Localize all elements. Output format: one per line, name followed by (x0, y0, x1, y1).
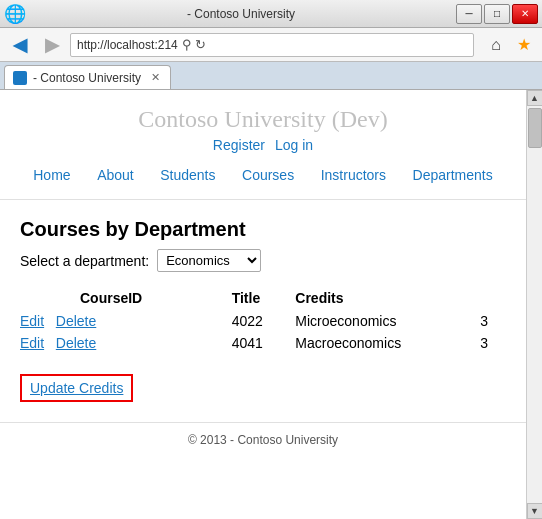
back-button[interactable]: ◀ (6, 32, 34, 58)
login-link[interactable]: Log in (275, 137, 313, 153)
site-nav: Home About Students Courses Instructors … (0, 159, 526, 191)
close-button[interactable]: ✕ (512, 4, 538, 24)
nav-divider (0, 199, 526, 200)
col-title: Title (232, 286, 296, 310)
window-title: - Contoso University (26, 7, 456, 21)
table-header-row: CourseID Title Credits (20, 286, 506, 310)
register-link[interactable]: Register (213, 137, 265, 153)
page-wrapper: Contoso University (Dev) Register Log in… (0, 90, 542, 519)
select-label: Select a department: (20, 253, 149, 269)
row2-actions: Edit Delete (20, 332, 232, 354)
address-url: http://localhost:214 (77, 38, 178, 52)
scroll-down-button[interactable]: ▼ (527, 503, 543, 519)
tab-label: - Contoso University (33, 71, 141, 85)
nav-courses[interactable]: Courses (242, 167, 294, 183)
tabs-bar: - Contoso University ✕ (0, 62, 542, 90)
row1-edit-link[interactable]: Edit (20, 313, 44, 329)
scroll-thumb[interactable] (528, 108, 542, 148)
row2-edit-link[interactable]: Edit (20, 335, 44, 351)
page-heading: Courses by Department (20, 218, 506, 241)
update-credits-link[interactable]: Update Credits (20, 374, 133, 402)
window-controls: ─ □ ✕ (456, 4, 538, 24)
department-select[interactable]: Economics Mathematics Engineering Englis… (157, 249, 261, 272)
nav-home[interactable]: Home (33, 167, 70, 183)
browser-tab[interactable]: - Contoso University ✕ (4, 65, 171, 89)
row1-credits: 3 (480, 310, 506, 332)
row1-actions: Edit Delete (20, 310, 232, 332)
footer-text: © 2013 - Contoso University (188, 433, 338, 447)
row2-delete-link[interactable]: Delete (56, 335, 96, 351)
favorites-icon[interactable]: ★ (512, 33, 536, 57)
nav-instructors[interactable]: Instructors (321, 167, 386, 183)
department-select-row: Select a department: Economics Mathemati… (20, 249, 506, 272)
row1-courseid: 4022 (232, 310, 296, 332)
courses-table: CourseID Title Credits Edit Delete 4022 … (20, 286, 506, 354)
tab-favicon (13, 71, 27, 85)
refresh-icon[interactable]: ↻ (195, 37, 206, 52)
minimize-button[interactable]: ─ (456, 4, 482, 24)
title-bar-left: 🌐 (4, 4, 26, 24)
row1-title: Microeconomics (295, 310, 480, 332)
row1-delete-link[interactable]: Delete (56, 313, 96, 329)
col-courseid: CourseID (20, 286, 232, 310)
address-input-container[interactable]: http://localhost:214 ⚲ ↻ (70, 33, 474, 57)
site-title: Contoso University (Dev) (0, 106, 526, 133)
site-auth: Register Log in (0, 137, 526, 153)
nav-students[interactable]: Students (160, 167, 215, 183)
nav-departments[interactable]: Departments (413, 167, 493, 183)
home-icon[interactable]: ⌂ (484, 33, 508, 57)
site-footer: © 2013 - Contoso University (0, 422, 526, 457)
row2-title: Macroeconomics (295, 332, 480, 354)
address-bar: ◀ ▶ http://localhost:214 ⚲ ↻ ⌂ ★ (0, 28, 542, 62)
col-credits: Credits (295, 286, 480, 310)
row2-courseid: 4041 (232, 332, 296, 354)
nav-about[interactable]: About (97, 167, 134, 183)
title-bar: 🌐 - Contoso University ─ □ ✕ (0, 0, 542, 28)
table-row: Edit Delete 4041 Macroeconomics 3 (20, 332, 506, 354)
main-content: Courses by Department Select a departmen… (0, 208, 526, 412)
forward-button[interactable]: ▶ (38, 32, 66, 58)
site-header: Contoso University (Dev) Register Log in (0, 90, 526, 159)
ie-icon: 🌐 (4, 4, 26, 24)
search-icon[interactable]: ⚲ (182, 37, 192, 52)
page-content: Contoso University (Dev) Register Log in… (0, 90, 526, 519)
scroll-up-button[interactable]: ▲ (527, 90, 543, 106)
address-icons: ⚲ ↻ (182, 37, 206, 52)
row2-credits: 3 (480, 332, 506, 354)
restore-button[interactable]: □ (484, 4, 510, 24)
scrollbar: ▲ ▼ (526, 90, 542, 519)
tab-close-button[interactable]: ✕ (151, 71, 160, 84)
toolbar-icons: ⌂ ★ (484, 33, 536, 57)
table-row: Edit Delete 4022 Microeconomics 3 (20, 310, 506, 332)
update-credits-container: Update Credits (20, 370, 506, 402)
